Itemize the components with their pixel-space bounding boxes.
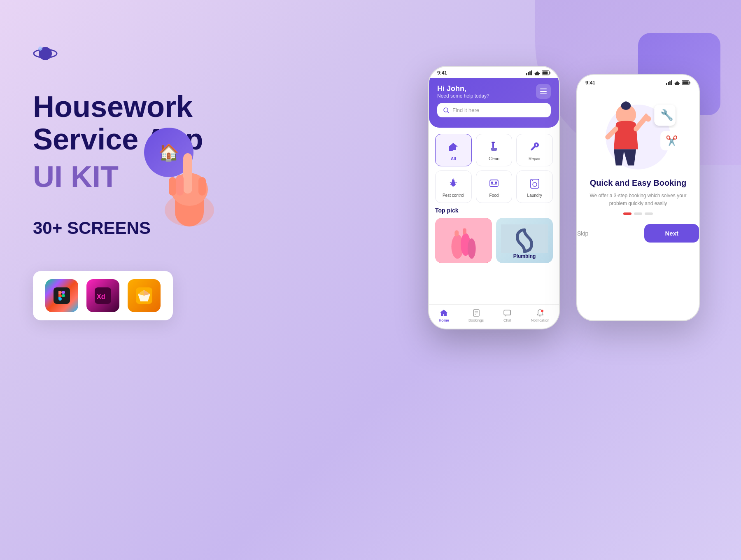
- bookings-nav-icon: [472, 309, 480, 317]
- phone-home-screen: 9:41 Hi John, Need some help today?: [428, 66, 560, 329]
- svg-point-29: [536, 144, 537, 146]
- status-icons-2: [666, 80, 691, 85]
- svg-rect-20: [529, 71, 531, 75]
- dots-indicator: [577, 212, 699, 215]
- category-laundry[interactable]: Laundry: [516, 170, 553, 203]
- chat-nav-label: Chat: [503, 318, 511, 322]
- illustration-area: 🔧 ✂️: [577, 88, 699, 178]
- figma-icon: [45, 279, 78, 312]
- onboarding-description: We offer a 3-step booking which solves y…: [587, 192, 689, 208]
- greeting-sub: Need some help today?: [437, 93, 489, 99]
- svg-text:✂️: ✂️: [666, 135, 678, 147]
- svg-point-67: [645, 116, 651, 122]
- svg-rect-48: [463, 228, 466, 234]
- nav-home[interactable]: Home: [439, 309, 449, 322]
- nav-notification[interactable]: Notification: [531, 309, 550, 322]
- laundry-icon: [527, 176, 542, 191]
- menu-line-3: [540, 93, 547, 94]
- time-phone2: 9:41: [585, 80, 595, 86]
- chat-nav-icon: [503, 309, 511, 317]
- svg-rect-59: [671, 80, 672, 85]
- svg-point-41: [533, 182, 537, 187]
- svg-point-14: [183, 153, 192, 164]
- onboarding-text: Quick and Easy Booking We offer a 3-step…: [577, 178, 699, 208]
- clean-icon: [487, 139, 501, 154]
- svg-rect-23: [543, 72, 548, 75]
- logo: [33, 41, 203, 66]
- search-placeholder: Find it here: [452, 107, 479, 113]
- category-pest[interactable]: Pest control: [435, 170, 472, 203]
- greeting-text: Hi John,: [437, 84, 489, 93]
- category-all[interactable]: All: [435, 134, 472, 166]
- next-button[interactable]: Next: [644, 224, 699, 243]
- category-laundry-label: Laundry: [527, 193, 542, 198]
- category-pest-label: Pest control: [443, 193, 464, 198]
- svg-rect-47: [454, 230, 459, 236]
- time-phone1: 9:41: [437, 70, 447, 76]
- repair-icon: [527, 139, 542, 154]
- category-repair[interactable]: Repair: [516, 134, 553, 166]
- greeting-area: Hi John, Need some help today?: [437, 84, 489, 99]
- category-clean[interactable]: Clean: [476, 134, 513, 166]
- onboarding-actions: Skip Next: [577, 220, 699, 251]
- status-icons: [526, 70, 551, 75]
- svg-rect-18: [526, 73, 527, 75]
- svg-rect-21: [531, 70, 532, 75]
- menu-button[interactable]: [536, 84, 551, 99]
- nav-chat[interactable]: Chat: [503, 309, 511, 322]
- all-icon: [446, 139, 461, 154]
- skip-button[interactable]: Skip: [577, 230, 588, 237]
- svg-rect-15: [169, 177, 176, 196]
- svg-point-66: [623, 101, 629, 108]
- home-nav-label: Home: [439, 318, 449, 322]
- home-nav-icon: [440, 309, 448, 317]
- dot-2: [634, 212, 642, 215]
- svg-rect-37: [491, 182, 493, 184]
- svg-rect-27: [492, 142, 494, 148]
- food-icon: [487, 176, 501, 191]
- phone2-notch: [618, 75, 659, 84]
- svg-rect-24: [550, 72, 550, 74]
- person-illustration: 🔧 ✂️: [585, 92, 691, 174]
- svg-rect-58: [669, 81, 671, 85]
- category-food[interactable]: Food: [476, 170, 513, 203]
- pick-card-plumbing[interactable]: Plumbing: [496, 218, 553, 263]
- category-clean-label: Clean: [489, 156, 499, 161]
- svg-rect-62: [690, 82, 690, 84]
- pest-icon: [446, 176, 461, 191]
- nav-bookings[interactable]: Bookings: [468, 309, 484, 322]
- top-pick-section: Top pick: [429, 207, 559, 263]
- svg-rect-61: [683, 82, 689, 84]
- svg-point-31: [452, 180, 454, 182]
- onboarding-title: Quick and Easy Booking: [587, 178, 689, 188]
- svg-rect-56: [666, 83, 667, 85]
- sketch-icon: [128, 279, 161, 312]
- phones-container: 9:41 Hi John, Need some help today?: [428, 33, 700, 329]
- phone-onboarding-screen: 9:41: [576, 74, 700, 321]
- category-all-label: All: [451, 156, 456, 161]
- svg-text:Xd: Xd: [97, 293, 105, 300]
- svg-point-46: [468, 238, 476, 259]
- header-top-row: Hi John, Need some help today?: [437, 84, 551, 99]
- top-pick-cards: Plumbing: [435, 218, 553, 263]
- svg-rect-38: [495, 182, 497, 184]
- svg-rect-17: [198, 177, 206, 196]
- bookings-nav-label: Bookings: [468, 318, 484, 322]
- svg-rect-19: [528, 72, 529, 75]
- svg-rect-39: [491, 184, 497, 185]
- pick-card-cleaning[interactable]: [435, 218, 492, 263]
- svg-rect-57: [668, 82, 669, 85]
- top-pick-title: Top pick: [435, 207, 553, 214]
- search-bar[interactable]: Find it here: [437, 103, 551, 117]
- svg-text:🔧: 🔧: [660, 109, 673, 121]
- phone-header: Hi John, Need some help today? Find it h…: [429, 78, 559, 128]
- tool-logos-container: Xd: [33, 271, 173, 320]
- category-repair-label: Repair: [529, 156, 541, 161]
- search-icon: [443, 107, 449, 113]
- planet-icon: [33, 41, 58, 66]
- phone-notch: [469, 67, 519, 77]
- menu-line-2: [540, 91, 547, 92]
- bottom-navigation: Home Bookings Chat: [429, 304, 559, 329]
- svg-rect-28: [492, 142, 495, 143]
- svg-rect-16: [176, 175, 184, 196]
